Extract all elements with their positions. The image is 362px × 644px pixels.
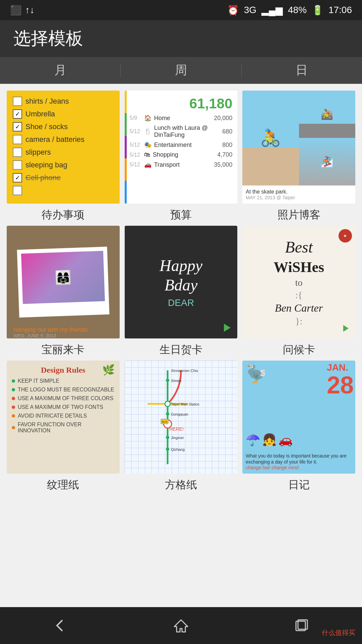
diary-quote-area: What you do today is important because y…	[246, 453, 352, 470]
battery-icon: 🔋	[312, 5, 323, 16]
diary-decor-bird: 🦤	[246, 364, 266, 383]
bar-seg-4	[125, 181, 127, 203]
greeting-line3: to	[274, 277, 324, 289]
page-header: 选择模板	[0, 20, 362, 57]
page-title: 选择模板	[13, 27, 83, 50]
texture-bullet-2	[12, 397, 15, 400]
birthday-content: Happy Bday DEAR	[160, 256, 202, 308]
birthday-thumbnail[interactable]: Happy Bday DEAR	[125, 226, 238, 339]
diary-girl-icon: 👧	[262, 433, 277, 446]
photo-blog-preview: 🚴 🚵 🏂 At the skate park. MAY 21, 2013 @ …	[242, 91, 355, 204]
budget-row-0: 5/9 🏠 Home 20,000	[130, 114, 233, 122]
texture-line-1: THE LOGO MUST BE RECOGNIZABLE	[12, 387, 115, 393]
template-grid-row2: 👩‍👩‍👧 Hanging out with my friends WED, J…	[7, 226, 355, 358]
tab-month[interactable]: 月	[0, 57, 120, 84]
template-polaroid[interactable]: 👩‍👩‍👧 Hanging out with my friends WED, J…	[7, 226, 120, 358]
todo-item-2: ✓ Shoe / socks	[13, 122, 114, 131]
svg-point-8	[165, 401, 170, 407]
photo-blog-thumbnail[interactable]: 🚴 🚵 🏂 At the skate park. MAY 21, 2013 @ …	[242, 91, 355, 204]
budget-bar	[125, 91, 127, 204]
home-icon	[173, 617, 189, 634]
birthday-line1: Happy	[160, 256, 202, 275]
birthday-play-btn[interactable]	[224, 324, 231, 332]
template-photo-blog[interactable]: 🚴 🚵 🏂 At the skate park. MAY 21, 2013 @ …	[242, 91, 355, 222]
greeting-play-btn[interactable]	[343, 325, 349, 332]
bar-seg-3	[125, 158, 127, 181]
texture-bullet-3	[12, 406, 15, 409]
budget-date-3: 5/12	[130, 152, 141, 158]
tab-week[interactable]: 周	[121, 57, 241, 84]
template-diary[interactable]: 🦤 JAN. 28 ☂️ 👧 🚗 What you do today is im…	[242, 361, 355, 492]
status-bar: ⬛ ↑↓ ⏰ 3G ▂▄▆ 48% 🔋 17:06	[0, 0, 362, 20]
greeting-line1: Best	[274, 237, 324, 258]
tab-day[interactable]: 日	[242, 57, 362, 84]
battery-percent: 48%	[288, 5, 307, 15]
status-left: ⬛ ↑↓	[10, 5, 35, 16]
recent-apps-icon	[293, 617, 310, 634]
todo-item-5: sleeping bag	[13, 160, 114, 170]
todo-text-2: Shoe / socks	[25, 122, 68, 131]
todo-preview: shirts / Jeans ✓ Umbrella ✓ Shoe / socks…	[7, 91, 120, 204]
todo-thumbnail[interactable]: shirts / Jeans ✓ Umbrella ✓ Shoe / socks…	[7, 91, 120, 204]
svg-point-12	[166, 436, 169, 439]
svg-text:BUS: BUS	[162, 420, 167, 423]
alarm-icon: ⏰	[227, 5, 239, 16]
todo-text-4: slippers	[25, 148, 51, 157]
watermark: 什么值得买	[322, 628, 355, 637]
budget-row-1: 5/12 🍴 Lunch with Laura @ DinTaiFung 680	[130, 124, 233, 139]
greeting-label: 问候卡	[283, 342, 315, 357]
texture-text-4: AVOID INTRICATE DETAILS	[18, 413, 87, 419]
todo-check-5	[13, 160, 22, 170]
greeting-brace-open: :{	[274, 289, 324, 301]
todo-item-1: ✓ Umbrella	[13, 109, 114, 119]
template-texture-paper[interactable]: 🌿 Design Rules KEEP IT SIMPLE THE LOGO M…	[7, 361, 120, 492]
diary-top-right: JAN. 28	[327, 362, 354, 397]
todo-item-0: shirts / Jeans	[13, 97, 114, 106]
greeting-thumbnail[interactable]: Best WiSHes to :{ Ben Carter }: ★	[242, 226, 355, 339]
budget-icon-0: 🏠	[144, 114, 152, 122]
template-todo[interactable]: shirts / Jeans ✓ Umbrella ✓ Shoe / socks…	[7, 91, 120, 222]
status-right: ⏰ 3G ▂▄▆ 48% 🔋 17:06	[227, 5, 352, 16]
budget-icon-2: 🎭	[144, 141, 152, 149]
template-birthday-card[interactable]: Happy Bday DEAR 生日贺卡	[125, 226, 238, 358]
photo-caption-date: MAY 21, 2013 @ Taipei	[246, 195, 352, 200]
budget-row-3: 5/12 🛍 Shopping 4,700	[130, 151, 233, 158]
texture-preview: 🌿 Design Rules KEEP IT SIMPLE THE LOGO M…	[7, 361, 120, 474]
svg-text:Gongquan: Gongquan	[171, 412, 188, 416]
svg-point-14	[166, 447, 169, 451]
todo-check-2: ✓	[13, 122, 22, 131]
template-grid-paper[interactable]: HERE! Xinnanmen Chis Ximen Taipei Main S…	[125, 361, 238, 492]
diary-characters: ☂️ 👧 🚗	[246, 433, 352, 447]
main-content: shirts / Jeans ✓ Umbrella ✓ Shoe / socks…	[0, 84, 362, 502]
network-type: 3G	[244, 5, 256, 15]
todo-label: 待办事项	[42, 208, 84, 222]
bar-seg-1	[125, 113, 127, 136]
budget-amount-3: 4,700	[217, 151, 232, 158]
recent-apps-button[interactable]	[288, 612, 315, 639]
polaroid-inner: 👩‍👩‍👧	[17, 247, 109, 317]
greeting-brace-close: }:	[274, 315, 324, 327]
todo-item-4: slippers	[13, 148, 114, 157]
svg-text:Jingmei: Jingmei	[171, 436, 184, 440]
budget-desc-0: Home	[154, 115, 212, 122]
home-button[interactable]	[168, 612, 194, 639]
texture-line-2: USE A MAXIMUM OF THREE COLORS	[12, 395, 115, 401]
budget-date-1: 5/12	[130, 128, 141, 135]
budget-desc-1: Lunch with Laura @ DinTaiFung	[154, 124, 220, 139]
texture-line-3: USE A MAXIMUM OF TWO FONTS	[12, 404, 115, 410]
budget-preview: 61,180 5/9 🏠 Home 20,000 5/12 🍴 Lunch wi…	[125, 91, 238, 204]
back-button[interactable]	[47, 612, 74, 639]
gridpaper-thumbnail[interactable]: HERE! Xinnanmen Chis Ximen Taipei Main S…	[125, 361, 238, 474]
budget-thumbnail[interactable]: 61,180 5/9 🏠 Home 20,000 5/12 🍴 Lunch wi…	[125, 91, 238, 204]
bar-seg-2	[125, 136, 127, 158]
photo-caption-text: At the skate park.	[246, 189, 352, 195]
texture-thumbnail[interactable]: 🌿 Design Rules KEEP IT SIMPLE THE LOGO M…	[7, 361, 120, 474]
template-greeting-card[interactable]: Best WiSHes to :{ Ben Carter }: ★ 问候卡	[242, 226, 355, 358]
template-budget[interactable]: 61,180 5/9 🏠 Home 20,000 5/12 🍴 Lunch wi…	[125, 91, 238, 222]
polaroid-label: 宝丽来卡	[42, 342, 84, 357]
diary-thumbnail[interactable]: 🦤 JAN. 28 ☂️ 👧 🚗 What you do today is im…	[242, 361, 355, 474]
polaroid-thumbnail[interactable]: 👩‍👩‍👧 Hanging out with my friends WED, J…	[7, 226, 120, 339]
photo-blog-label: 照片博客	[278, 208, 320, 222]
budget-icon-3: 🛍	[144, 151, 150, 158]
svg-text:Ximen: Ximen	[171, 379, 181, 383]
